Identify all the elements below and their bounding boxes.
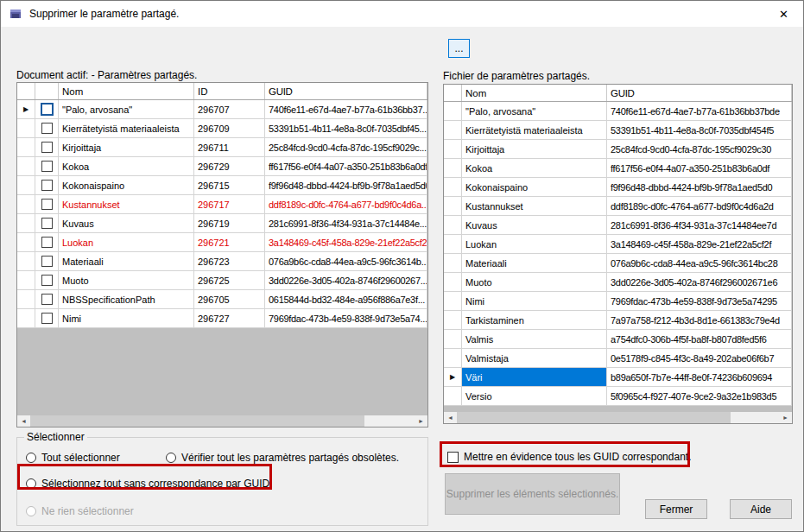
row-checkbox-cell[interactable]	[35, 100, 59, 119]
row-selector[interactable]: ▶	[444, 368, 462, 387]
id-cell[interactable]: 296723	[194, 252, 265, 271]
table-row[interactable]: Kokonaispainof9f96d48-dbbd-4424-bf9b-9f7…	[444, 178, 792, 197]
row-checkbox[interactable]	[41, 180, 53, 191]
column-header-nom[interactable]: Nom	[462, 85, 607, 101]
guid-cell[interactable]: ddf8189c-d0fc-4764-a677-bd9f0c4d6a2d	[607, 197, 792, 216]
guid-cell[interactable]: 53391b51-4b11-4e8a-8c0f-7035dbf45...	[265, 119, 427, 138]
id-cell[interactable]: 296727	[194, 309, 265, 328]
row-selector[interactable]	[444, 330, 462, 349]
id-cell[interactable]: 296721	[194, 233, 265, 252]
name-cell[interactable]: Tarkistaminen	[462, 311, 607, 330]
id-cell[interactable]: 296705	[194, 290, 265, 309]
name-cell[interactable]: "Palo, arvosana"	[462, 102, 607, 121]
guid-cell[interactable]: 3a148469-c45f-458a-829e-21ef22a5cf2f	[265, 233, 427, 252]
scroll-right-icon[interactable]: ►	[779, 412, 792, 423]
name-cell[interactable]: Versio	[462, 387, 607, 406]
table-row[interactable]: Materiaali076a9b6c-cda8-44ea-a9c5-96fc36…	[444, 254, 792, 273]
name-cell[interactable]: Materiaali	[59, 252, 194, 271]
id-cell[interactable]: 296707	[194, 100, 265, 119]
guid-cell[interactable]: 281c6991-8f36-4f34-931a-37c14484e...	[265, 214, 427, 233]
table-row[interactable]: ▶Värib89a650f-7b7e-44ff-8e0f-74236b60969…	[444, 368, 792, 387]
help-button[interactable]: Aide	[730, 499, 792, 519]
name-cell[interactable]: Kierrätetyistä materiaaleista	[462, 121, 607, 140]
column-header-id[interactable]: ID	[194, 83, 265, 99]
name-cell[interactable]: Kokoa	[462, 159, 607, 178]
row-selector[interactable]	[444, 254, 462, 273]
scroll-right-icon[interactable]: ►	[415, 415, 427, 427]
row-checkbox-cell[interactable]	[35, 214, 59, 233]
close-button[interactable]: Fermer	[645, 499, 707, 519]
row-selector[interactable]	[17, 233, 35, 252]
row-selector[interactable]	[17, 176, 35, 195]
row-checkbox[interactable]	[41, 123, 53, 134]
guid-cell[interactable]: ff617f56-e0f4-4a07-a350-251b83b6a0df	[607, 159, 792, 178]
row-selector[interactable]	[17, 138, 35, 157]
guid-cell[interactable]: 3a148469-c45f-458a-829e-21ef22a5cf2f	[607, 235, 792, 254]
table-row[interactable]: Kustannukset296717ddf8189c-d0fc-4764-a67…	[17, 195, 427, 214]
row-checkbox-cell[interactable]	[35, 233, 59, 252]
guid-cell[interactable]: ff617f56-e0f4-4a07-a350-251b83b6a0df	[265, 157, 427, 176]
guid-cell[interactable]: 25c84fcd-9cd0-4cfa-87dc-195cf9029c...	[265, 138, 427, 157]
row-checkbox[interactable]	[41, 218, 53, 229]
name-cell[interactable]: Kuvaus	[59, 214, 194, 233]
row-selector[interactable]	[444, 216, 462, 235]
name-cell[interactable]: Kokonaispaino	[462, 178, 607, 197]
scroll-left-icon[interactable]: ◄	[17, 415, 30, 427]
name-cell[interactable]: Luokan	[462, 235, 607, 254]
table-row[interactable]: Nimi7969fdac-473b-4e59-838f-9d73e5a74295	[444, 292, 792, 311]
table-row[interactable]: Kuvaus296719281c6991-8f36-4f34-931a-37c1…	[17, 214, 427, 233]
guid-cell[interactable]: 53391b51-4b11-4e8a-8c0f-7035dbf454f5	[607, 121, 792, 140]
table-row[interactable]: Materiaali296723076a9b6c-cda8-44ea-a9c5-…	[17, 252, 427, 271]
table-row[interactable]: "Palo, arvosana"740f6e11-e67d-4ae7-b77a-…	[444, 102, 792, 121]
id-cell[interactable]: 296711	[194, 138, 265, 157]
row-selector[interactable]: ▶	[17, 100, 35, 119]
row-selector[interactable]	[444, 140, 462, 159]
row-checkbox[interactable]	[41, 142, 53, 153]
table-row[interactable]: Muoto2967253dd0226e-3d05-402a-8746f29600…	[17, 271, 427, 290]
name-cell[interactable]: Kokonaispaino	[59, 176, 194, 195]
row-selector[interactable]	[17, 195, 35, 214]
table-row[interactable]: Kierrätetyistä materiaaleista53391b51-4b…	[444, 121, 792, 140]
close-icon[interactable]: ✕	[764, 1, 803, 27]
table-row[interactable]: Kierrätetyistä materiaaleista29670953391…	[17, 119, 427, 138]
table-row[interactable]: Kirjoittaja29671125c84fcd-9cd0-4cfa-87dc…	[17, 138, 427, 157]
guid-cell[interactable]: 281c6991-8f36-4f34-931a-37c14484ee7d	[607, 216, 792, 235]
row-checkbox[interactable]	[41, 161, 53, 172]
table-row[interactable]: Muoto3dd0226e-3d05-402a-8746f296002671e6	[444, 273, 792, 292]
radio-check-obsolete[interactable]: Vérifier tout les paramètres partagés ob…	[166, 452, 399, 464]
id-cell[interactable]: 296719	[194, 214, 265, 233]
guid-cell[interactable]: f9f96d48-dbbd-4424-bf9b-9f78a1aed5d0	[607, 178, 792, 197]
name-cell[interactable]: Nimi	[59, 309, 194, 328]
guid-cell[interactable]: 3dd0226e-3d05-402a-8746f296002671e6	[607, 273, 792, 292]
id-cell[interactable]: 296709	[194, 119, 265, 138]
table-row[interactable]: Versio5f0965c4-f927-407e-9ce2-9a32e1b983…	[444, 387, 792, 406]
name-cell[interactable]: Nimi	[462, 292, 607, 311]
row-checkbox-cell[interactable]	[35, 119, 59, 138]
id-cell[interactable]: 296717	[194, 195, 265, 214]
radio-select-no-guid-match[interactable]: Sélectionnez tout sans correspondance pa…	[26, 478, 272, 490]
name-cell[interactable]: Kuvaus	[462, 216, 607, 235]
column-header-nom[interactable]: Nom	[59, 83, 194, 99]
table-row[interactable]: Tarkistaminen7a97a758-f212-4b3d-8d1e-661…	[444, 311, 792, 330]
row-checkbox-cell[interactable]	[35, 138, 59, 157]
name-cell[interactable]: Kirjoittaja	[59, 138, 194, 157]
table-row[interactable]: Valmistaja0e5178f9-c845-4f3c-8a49-202abe…	[444, 349, 792, 368]
guid-cell[interactable]: b89a650f-7b7e-44ff-8e0f-74236b609694	[607, 368, 792, 387]
name-cell[interactable]: Muoto	[59, 271, 194, 290]
radio-select-all[interactable]: Tout sélectionner	[26, 452, 120, 464]
browse-button[interactable]: ...	[448, 39, 470, 58]
table-row[interactable]: Kuvaus281c6991-8f36-4f34-931a-37c14484ee…	[444, 216, 792, 235]
name-cell[interactable]: Valmistaja	[462, 349, 607, 368]
row-selector[interactable]	[17, 252, 35, 271]
id-cell[interactable]: 296715	[194, 176, 265, 195]
name-cell[interactable]: Kirjoittaja	[462, 140, 607, 159]
guid-cell[interactable]: 076a9b6c-cda8-44ea-a9c5-96fc3614bc28	[607, 254, 792, 273]
guid-cell[interactable]: 0e5178f9-c845-4f3c-8a49-202abe06f6b7	[607, 349, 792, 368]
row-selector[interactable]	[444, 292, 462, 311]
row-selector[interactable]	[444, 387, 462, 406]
row-selector[interactable]	[444, 197, 462, 216]
id-cell[interactable]: 296729	[194, 157, 265, 176]
row-checkbox-cell[interactable]	[35, 176, 59, 195]
scrollbar-track[interactable]	[30, 415, 415, 427]
table-row[interactable]: Nimi2967277969fdac-473b-4e59-838f-9d73e5…	[17, 309, 427, 328]
